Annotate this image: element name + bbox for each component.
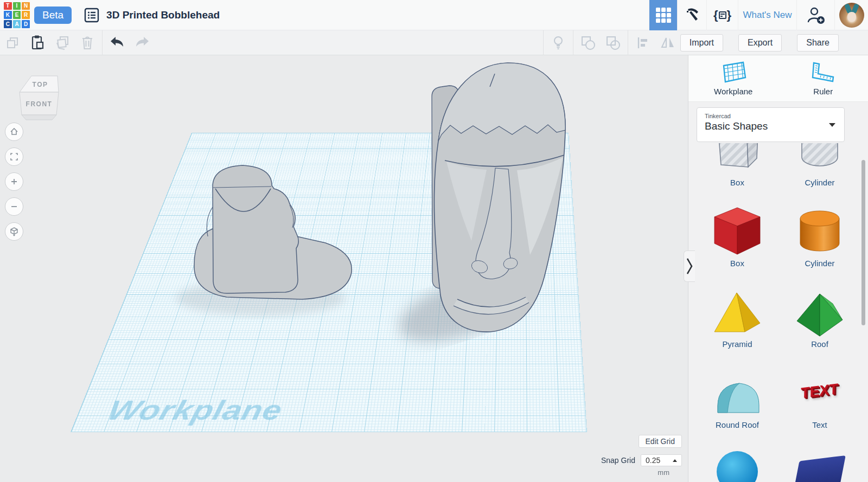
cylinder-icon [794,204,846,256]
fit-view-button[interactable] [5,147,23,166]
shape-tile-pyramid[interactable]: Pyramid [696,283,778,349]
undo-icon [109,36,125,50]
shape-tile-round-roof[interactable]: Round Roof [696,364,778,429]
snap-grid-unit: mm [658,468,669,477]
snap-grid-select[interactable]: 0.25 [641,454,682,466]
group-button[interactable] [576,30,601,55]
paste-icon [30,35,45,51]
shape-tile-roof[interactable]: Roof [778,283,861,349]
shape-tile-hole-box[interactable]: Box [696,143,778,187]
undo-button[interactable] [105,30,130,55]
ungroup-button[interactable] [601,30,626,55]
mirror-button[interactable] [655,30,680,55]
home-view-button[interactable] [5,123,23,141]
perspective-toggle-button[interactable] [5,222,23,241]
ruler-tool-icon [810,61,835,83]
delete-button[interactable] [75,30,100,55]
shape-label: Cylinder [805,259,834,268]
caret-down-icon [829,123,835,127]
paste-button[interactable] [25,30,50,55]
panel-scrollbar[interactable] [861,160,865,325]
ungroup-icon [605,35,621,51]
tips-button[interactable] [546,30,571,55]
shape-label: Cylinder [805,178,834,187]
shape-tile-cylinder[interactable]: Cylinder [778,202,861,268]
align-button[interactable] [630,30,655,55]
half-sphere-icon [794,455,846,482]
logo-tile: A [13,20,21,28]
edit-grid-button[interactable]: Edit Grid [639,435,682,448]
align-icon [636,36,650,50]
pyramid-icon [711,288,763,337]
lightbulb-icon [551,35,565,50]
logo-tile: R [22,11,30,19]
zoom-out-button[interactable] [5,197,23,216]
codeblocks-button[interactable]: { } [706,0,738,30]
zoom-in-button[interactable] [5,172,23,191]
shape-label: Text [812,420,827,429]
shape-tile-half-sphere[interactable] [778,451,861,482]
workplane-tool[interactable]: Workplane [688,55,778,101]
copy-icon [5,36,20,50]
account-menu[interactable] [834,0,868,30]
invite-button[interactable] [796,0,834,30]
whats-new-link[interactable]: What's New [738,0,796,30]
grid-icon [655,7,672,23]
snap-grid-label: Snap Grid [601,456,635,465]
design-properties-icon[interactable] [84,7,100,23]
duplicate-button[interactable] [50,30,75,55]
redo-button[interactable] [130,30,155,55]
model-bobblehead-body[interactable] [194,165,352,299]
add-person-icon [806,5,826,25]
perspective-cube-icon [9,227,19,236]
page-title: 3D Printed Bobblehead [106,9,220,21]
tinkercad-logo[interactable]: T I N K E R C A D [4,2,30,28]
minecraft-button[interactable] [677,0,706,30]
toolbar-divider [102,30,103,55]
shape-label: Round Roof [716,420,759,429]
shape-tile-hole-cylinder[interactable]: Cylinder [778,143,861,187]
sphere-icon [717,451,758,482]
logo-tile: D [22,20,30,28]
codeblocks-icon [719,11,726,19]
hole-box-icon [712,143,762,176]
shape-label: Pyramid [722,339,752,349]
mirror-icon [660,36,675,50]
model-bobblehead-head[interactable] [432,63,565,332]
share-button[interactable]: Share [797,34,839,52]
toolbar-divider [628,30,628,55]
workplane-tool-label: Workplane [714,87,752,96]
duplicate-icon [55,35,70,50]
home-icon [9,127,19,137]
import-button[interactable]: Import [680,34,723,52]
edit-toolbar: Import Export Share [0,30,868,55]
shape-label: Box [730,259,744,268]
brace-left: { [713,8,718,22]
view-cube-front-label[interactable]: FRONT [26,100,53,108]
shapes-panel: Workplane Ruler Tinkercad Basic Shapes [688,55,868,482]
export-button[interactable]: Export [738,34,782,52]
view-cube[interactable]: TOP FRONT [15,69,63,123]
toolbar-divider [573,30,573,55]
workplane-tool-icon [720,61,746,83]
snap-grid-value: 0.25 [646,456,660,465]
workplane-ruler-tools: Workplane Ruler [688,55,868,102]
top-bar: T I N K E R C A D Beta 3D Printed Bobble… [0,0,868,30]
shape-tile-sphere[interactable] [696,451,778,482]
view-cube-top-label[interactable]: TOP [33,81,48,88]
hole-cylinder-icon [795,143,845,176]
dashboard-grid-button[interactable] [649,0,677,30]
fit-view-icon [9,152,19,162]
logo-tile: N [22,2,30,10]
3d-viewport[interactable]: Workplane [0,55,688,482]
toolbar-divider [543,30,544,55]
beta-button[interactable]: Beta [34,7,72,24]
shape-library-dropdown[interactable]: Tinkercad Basic Shapes [697,107,845,142]
shape-tile-text[interactable]: TEXT Text [778,364,861,429]
shape-tile-box[interactable]: Box [696,202,778,268]
ruler-tool-label: Ruler [813,87,833,96]
copy-button[interactable] [0,30,25,55]
ruler-tool[interactable]: Ruler [778,55,868,101]
logo-tile: T [4,2,12,10]
text-shape-icon: TEXT [801,380,838,402]
